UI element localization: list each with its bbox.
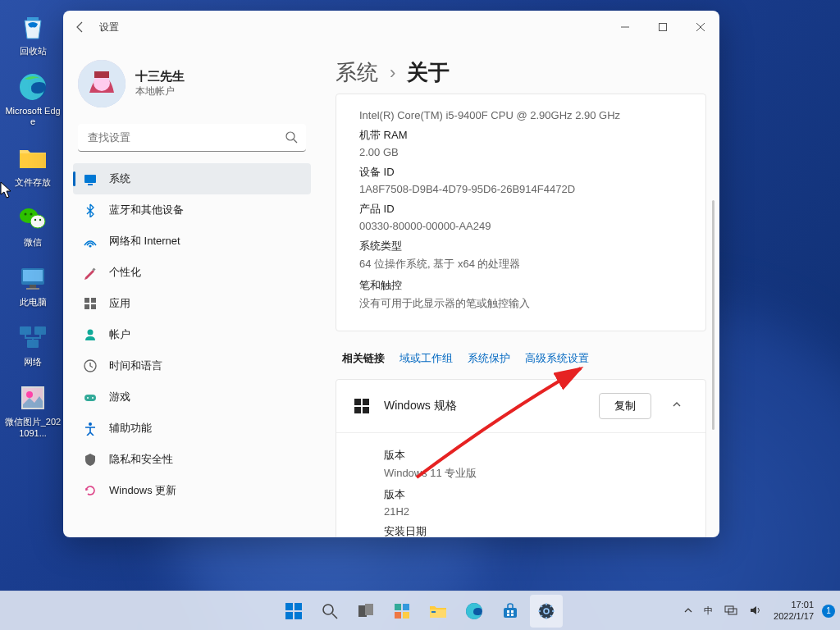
winspec-version-label: 版本 [384,487,682,502]
search-input[interactable] [78,124,306,152]
nav-item-time[interactable]: 时间和语言 [73,350,311,381]
nav-item-bluetooth[interactable]: 蓝牙和其他设备 [73,194,311,226]
breadcrumb-root[interactable]: 系统 [336,58,378,87]
nav-item-label: 时间和语言 [109,358,162,373]
user-name: 十三先生 [135,69,185,84]
nav-item-network[interactable]: 网络和 Internet [73,226,311,257]
svg-rect-0 [27,17,39,21]
svg-rect-44 [294,603,302,610]
scrollbar[interactable] [712,200,714,430]
nav-item-personalize[interactable]: 个性化 [73,257,311,288]
related-links: 相关链接 域或工作组 系统保护 高级系统设置 [336,338,706,379]
winspec-edition-value: Windows 11 专业版 [384,466,682,481]
tray-ime[interactable]: 中 [701,603,716,619]
svg-rect-14 [27,340,39,348]
desktop-icon-this-pc[interactable]: 此电脑 [2,258,63,311]
svg-rect-25 [84,175,96,183]
search-icon [285,130,298,147]
back-button[interactable] [73,20,88,34]
svg-rect-51 [395,604,401,610]
tray-clock[interactable]: 17:01 2022/1/17 [770,598,817,623]
spec-ram-label: 机带 RAM [359,128,682,143]
tray-time: 17:01 [774,600,814,610]
nav-item-accounts[interactable]: 帐户 [73,319,311,350]
breadcrumb: 系统 › 关于 [336,58,716,87]
nav-item-label: 个性化 [109,265,141,280]
taskbar-explorer[interactable] [422,595,454,628]
close-button[interactable] [682,14,719,40]
link-domain-workgroup[interactable]: 域或工作组 [399,351,453,366]
personalize-icon [83,265,98,280]
nav-item-accessibility[interactable]: 辅助功能 [73,413,311,444]
taskbar-store[interactable] [494,595,527,628]
svg-rect-22 [94,71,109,78]
taskbar-center [277,595,563,628]
nav-item-system[interactable]: 系统 [73,163,311,194]
maximize-button[interactable] [644,14,682,40]
tray-show-hidden-icon[interactable] [681,605,696,618]
titlebar: 设置 [63,11,719,43]
link-advanced-system-settings[interactable]: 高级系统设置 [525,351,589,366]
svg-point-27 [89,244,91,247]
desktop-icon-network[interactable]: 网络 [2,317,63,371]
svg-rect-43 [285,603,293,610]
nav-item-update[interactable]: Windows 更新 [73,475,311,506]
link-system-protection[interactable]: 系统保护 [468,351,510,366]
svg-rect-9 [23,270,43,281]
svg-rect-42 [363,407,369,413]
svg-point-4 [25,212,27,215]
desktop-icon-edge[interactable]: Microsoft Edge [2,66,63,130]
network-icon [83,234,98,249]
window-title: 设置 [99,21,119,34]
task-view-button[interactable] [349,595,382,628]
nav-item-label: 游戏 [109,390,130,404]
spec-deviceid-value: 1A8F7508-D9B4-4D79-95D6-26B914F4472D [359,183,682,195]
breadcrumb-current: 关于 [407,58,450,87]
nav-item-privacy[interactable]: 隐私和安全性 [73,444,311,475]
settings-window: 设置 十三先生 本地帐户 系统蓝牙和其他设备网络和 Internet个性化应用帐… [63,11,719,537]
tray-volume-icon[interactable] [746,603,765,619]
chevron-right-icon: › [390,62,395,84]
desktop-icon-label: 微信图片_2021091... [3,417,62,438]
gaming-icon [83,390,98,404]
taskbar: 中 17:01 2022/1/17 1 [0,591,840,630]
recycle-bin-icon [16,10,50,44]
widgets-button[interactable] [386,595,418,628]
spec-deviceid-label: 设备 ID [359,165,682,180]
edge-icon [16,70,50,104]
time-icon [83,358,98,373]
desktop-icon-wechat[interactable]: 微信 [2,198,63,251]
accounts-icon [83,327,98,342]
minimize-button[interactable] [606,14,644,40]
mouse-cursor-icon [0,181,13,199]
svg-rect-29 [84,298,89,303]
tray-network-icon[interactable] [721,603,741,619]
spec-ram-value: 2.00 GB [359,146,682,158]
nav-list: 系统蓝牙和其他设备网络和 Internet个性化应用帐户时间和语言游戏辅助功能隐… [73,163,311,537]
chevron-up-icon[interactable] [664,399,689,413]
svg-rect-13 [34,326,46,335]
svg-rect-50 [365,604,373,615]
nav-item-gaming[interactable]: 游戏 [73,381,311,413]
user-profile[interactable]: 十三先生 本地帐户 [73,53,311,121]
svg-point-6 [34,219,36,221]
taskbar-edge[interactable] [458,595,491,628]
wechat-icon [16,201,50,235]
taskbar-settings[interactable] [530,595,563,628]
desktop-icon-image-file[interactable]: 微信图片_2021091... [2,377,63,441]
copy-button[interactable]: 复制 [599,393,651,419]
taskbar-search-button[interactable] [313,595,346,628]
scroll-area[interactable]: Intel(R) Core(TM) i5-9400F CPU @ 2.90GHz… [336,94,716,537]
tray-notification-badge[interactable]: 1 [822,605,835,618]
nav-item-label: 应用 [109,296,130,311]
nav-item-apps[interactable]: 应用 [73,288,311,319]
svg-rect-59 [507,610,509,613]
user-account-type: 本地帐户 [135,84,185,98]
svg-line-48 [332,614,337,619]
svg-rect-41 [354,407,361,413]
svg-point-33 [88,330,94,336]
desktop-icon-recycle-bin[interactable]: 回收站 [2,7,63,60]
start-button[interactable] [277,595,310,628]
bluetooth-icon [83,203,98,217]
nav-item-label: 帐户 [109,327,130,342]
